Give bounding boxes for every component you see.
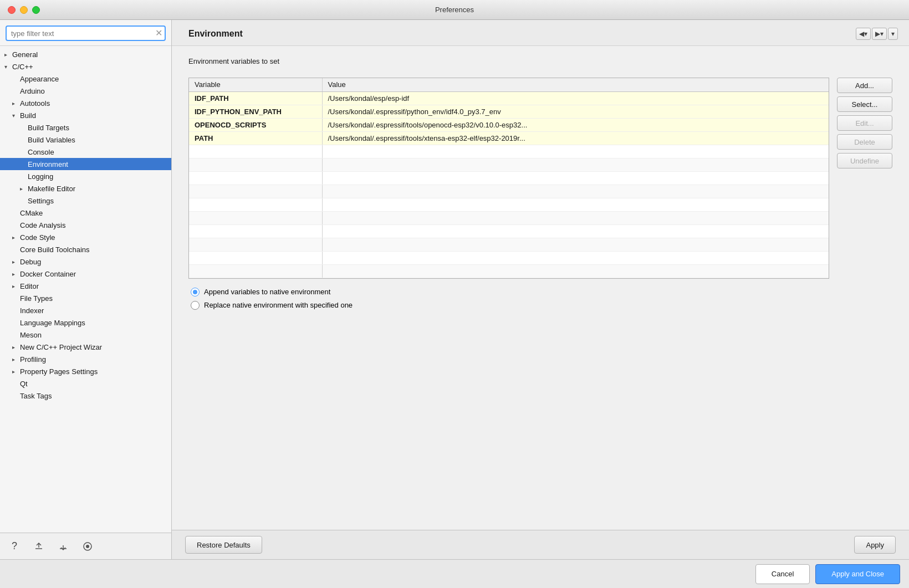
tree-label-editor: Editor	[20, 282, 171, 290]
add-button[interactable]: Add...	[837, 78, 892, 93]
search-wrapper: ✕	[6, 25, 166, 41]
sidebar-item-build-targets[interactable]: Build Targets	[0, 121, 171, 134]
tree-label-qt: Qt	[20, 380, 171, 388]
import-icon[interactable]	[31, 539, 47, 554]
maximize-button[interactable]	[32, 6, 40, 14]
tree-label-console: Console	[28, 148, 171, 156]
sidebar-item-meson[interactable]: Meson	[0, 329, 171, 341]
tree-label-code-style: Code Style	[20, 233, 171, 242]
tree-container[interactable]: ▸General▾C/C++AppearanceArduino▸Autotool…	[0, 46, 171, 533]
sidebar-item-environment[interactable]: Environment	[0, 158, 171, 170]
search-clear-icon[interactable]: ✕	[155, 29, 162, 38]
tree-label-task-tags: Task Tags	[20, 392, 171, 400]
cell-value	[322, 198, 829, 211]
sidebar-item-qt[interactable]: Qt	[0, 377, 171, 390]
tree-label-code-analysis: Code Analysis	[20, 221, 171, 229]
tree-label-general: General	[12, 50, 171, 59]
sidebar-item-arduino[interactable]: Arduino	[0, 85, 171, 97]
sidebar-item-task-tags[interactable]: Task Tags	[0, 390, 171, 402]
cell-variable: IDF_PYTHON_ENV_PATH	[189, 105, 322, 118]
table-row[interactable]: IDF_PYTHON_ENV_PATH/Users/kondal/.espres…	[189, 105, 829, 118]
tree-arrow-build: ▾	[12, 113, 20, 119]
cell-variable	[189, 238, 322, 251]
sidebar-item-appearance[interactable]: Appearance	[0, 73, 171, 85]
apply-button[interactable]: Apply	[854, 536, 896, 554]
nav-back-button[interactable]: ◀▾	[856, 28, 871, 40]
title-bar: Preferences	[0, 0, 909, 20]
close-button[interactable]	[8, 6, 16, 14]
cell-value	[322, 211, 829, 224]
env-table-container: Variable Value IDF_PATH/Users/kondal/esp…	[188, 78, 829, 279]
cell-variable	[189, 251, 322, 264]
sidebar-item-makefile-editor[interactable]: ▸Makefile Editor	[0, 182, 171, 195]
sidebar-item-new-cpp-project[interactable]: ▸New C/C++ Project Wizar	[0, 341, 171, 353]
search-input[interactable]	[6, 25, 166, 41]
sidebar-item-cpp[interactable]: ▾C/C++	[0, 60, 171, 73]
record-icon[interactable]	[80, 539, 95, 554]
sidebar-item-code-analysis[interactable]: Code Analysis	[0, 219, 171, 231]
table-row	[189, 264, 829, 278]
nav-forward-button[interactable]: ▶▾	[872, 28, 887, 40]
table-row[interactable]: IDF_PATH/Users/kondal/esp/esp-idf	[189, 91, 829, 105]
tree-label-language-mappings: Language Mappings	[20, 319, 171, 327]
sidebar-item-docker-container[interactable]: ▸Docker Container	[0, 268, 171, 280]
apply-close-button[interactable]: Apply and Close	[815, 564, 900, 584]
tree-arrow-makefile-editor: ▸	[20, 186, 28, 192]
radio-replace[interactable]: Replace native environment with specifie…	[191, 301, 892, 310]
sidebar-item-debug[interactable]: ▸Debug	[0, 255, 171, 268]
tree-arrow-autotools: ▸	[12, 100, 20, 106]
select-button[interactable]: Select...	[837, 96, 892, 112]
tree-label-indexer: Indexer	[20, 306, 171, 315]
tree-label-file-types: File Types	[20, 294, 171, 303]
nav-arrows: ◀▾ ▶▾ ▾	[856, 28, 898, 40]
sidebar-item-build[interactable]: ▾Build	[0, 109, 171, 121]
tree-label-logging: Logging	[28, 172, 171, 181]
table-row[interactable]: PATH/Users/kondal/.espressif/tools/xtens…	[189, 131, 829, 145]
cell-value	[322, 224, 829, 238]
sidebar-item-settings[interactable]: Settings	[0, 195, 171, 207]
cancel-button[interactable]: Cancel	[755, 564, 810, 584]
sidebar-item-console[interactable]: Console	[0, 146, 171, 158]
content-header: Environment ◀▾ ▶▾ ▾	[172, 20, 909, 46]
tree-label-arduino: Arduino	[20, 87, 171, 95]
table-row[interactable]: OPENOCD_SCRIPTS/Users/kondal/.espressif/…	[189, 118, 829, 131]
restore-defaults-button[interactable]: Restore Defaults	[185, 536, 262, 554]
sidebar-item-build-variables[interactable]: Build Variables	[0, 134, 171, 146]
sidebar-item-profiling[interactable]: ▸Profiling	[0, 353, 171, 365]
tree-arrow-property-pages-settings: ▸	[12, 369, 20, 375]
sidebar-item-indexer[interactable]: Indexer	[0, 304, 171, 316]
cell-value	[322, 145, 829, 158]
sidebar-item-code-style[interactable]: ▸Code Style	[0, 231, 171, 243]
tree-label-core-build-toolchains: Core Build Toolchains	[20, 246, 171, 254]
bottom-right-buttons: Cancel Apply and Close	[755, 564, 900, 584]
sidebar-item-language-mappings[interactable]: Language Mappings	[0, 316, 171, 329]
sidebar-item-logging[interactable]: Logging	[0, 170, 171, 182]
table-row	[189, 145, 829, 158]
sidebar-item-general[interactable]: ▸General	[0, 48, 171, 60]
tree-label-cpp: C/C++	[12, 63, 171, 71]
sidebar-item-editor[interactable]: ▸Editor	[0, 280, 171, 292]
nav-dropdown-button[interactable]: ▾	[888, 28, 898, 40]
sidebar-item-file-types[interactable]: File Types	[0, 292, 171, 304]
minimize-button[interactable]	[20, 6, 28, 14]
radio-append[interactable]: Append variables to native environment	[191, 288, 892, 296]
tree-label-environment: Environment	[28, 160, 171, 168]
tree-arrow-debug: ▸	[12, 259, 20, 265]
cell-variable	[189, 264, 322, 278]
tree-arrow-cpp: ▾	[4, 64, 12, 70]
sidebar-item-cmake[interactable]: CMake	[0, 207, 171, 219]
sidebar-item-core-build-toolchains[interactable]: Core Build Toolchains	[0, 243, 171, 255]
cell-value	[322, 185, 829, 198]
sidebar-item-autotools[interactable]: ▸Autotools	[0, 97, 171, 109]
content-title: Environment	[188, 29, 243, 39]
sidebar-item-property-pages-settings[interactable]: ▸Property Pages Settings	[0, 365, 171, 377]
export-icon[interactable]	[55, 539, 71, 554]
table-row	[189, 171, 829, 185]
env-table: Variable Value IDF_PATH/Users/kondal/esp…	[189, 78, 829, 278]
tree-label-docker-container: Docker Container	[20, 270, 171, 278]
help-icon[interactable]: ?	[7, 539, 22, 554]
cell-variable	[189, 158, 322, 171]
table-row	[189, 211, 829, 224]
tree-label-settings: Settings	[28, 197, 171, 205]
sidebar: ✕ ▸General▾C/C++AppearanceArduino▸Autoto…	[0, 20, 172, 559]
